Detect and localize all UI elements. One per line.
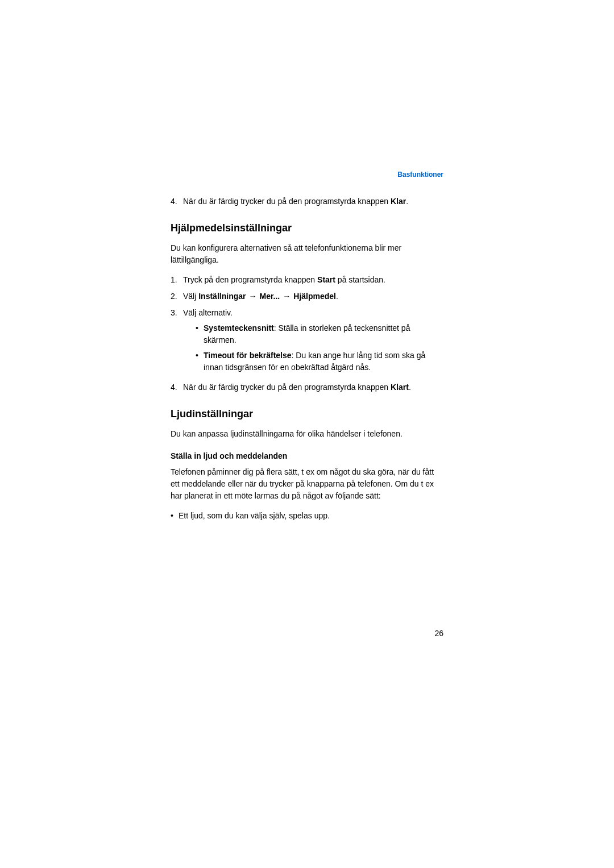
list-item: • Ett ljud, som du kan välja själv, spel…	[171, 510, 443, 522]
body-paragraph: Du kan anpassa ljudinställningarna för o…	[171, 428, 443, 440]
text-bold: Inställningar	[198, 292, 246, 301]
step-item: 4. När du är färdig trycker du på den pr…	[171, 196, 443, 207]
step-item: 3. Välj alternativ. • Systemteckensnitt:…	[171, 307, 443, 377]
bullet-icon: •	[196, 322, 204, 346]
text-bold: Systemteckensnitt	[204, 323, 274, 333]
bullet-text: Timeout för bekräftelse: Du kan ange hur…	[204, 350, 443, 373]
section-heading-ljud: Ljudinställningar	[171, 408, 443, 420]
text-run: Tryck på den programstyrda knappen	[183, 275, 317, 284]
bullet-text: Systemteckensnitt: Ställa in storleken p…	[204, 322, 443, 346]
step-text: Välj alternativ. • Systemteckensnitt: St…	[183, 307, 443, 377]
sub-heading: Ställa in ljud och meddelanden	[171, 451, 443, 460]
nav-arrow-icon: →	[280, 290, 293, 302]
step-number: 1.	[171, 274, 183, 286]
text-bold: Timeout för bekräftelse	[204, 351, 292, 360]
step-text: Välj Inställningar→Mer...→Hjälpmedel.	[183, 290, 443, 302]
text-run: .	[409, 383, 411, 392]
step-number: 3.	[171, 307, 183, 377]
header-breadcrumb[interactable]: Basfunktioner	[171, 171, 443, 178]
step-text: När du är färdig trycker du på den progr…	[183, 381, 443, 393]
text-bold: Klart	[391, 383, 409, 392]
step-item: 1. Tryck på den programstyrda knappen St…	[171, 274, 443, 286]
text-bold: Mer...	[259, 292, 280, 301]
text-run: .	[406, 197, 408, 206]
section-heading-hjalpmedel: Hjälpmedelsinställningar	[171, 222, 443, 234]
step-item: 4. När du är färdig trycker du på den pr…	[171, 381, 443, 393]
step-number: 4.	[171, 381, 183, 393]
bullet-icon: •	[196, 350, 204, 373]
step-text: Tryck på den programstyrda knappen Start…	[183, 274, 443, 286]
text-bold: Hjälpmedel	[293, 292, 336, 301]
bullet-icon: •	[171, 510, 179, 522]
step-number: 2.	[171, 290, 183, 302]
text-bold: Klar	[391, 197, 406, 206]
text-run: på startsidan.	[335, 275, 385, 284]
bullet-text: Ett ljud, som du kan välja själv, spelas…	[179, 510, 443, 522]
text-run: Välj	[183, 292, 198, 301]
text-run: När du är färdig trycker du på den progr…	[183, 197, 391, 206]
text-run: Välj alternativ.	[183, 308, 233, 317]
text-bold: Start	[317, 275, 335, 284]
list-item: • Systemteckensnitt: Ställa in storleken…	[196, 322, 443, 346]
nav-arrow-icon: →	[246, 290, 259, 302]
body-paragraph: Du kan konfigurera alternativen så att t…	[171, 242, 443, 266]
step-item: 2. Välj Inställningar→Mer...→Hjälpmedel.	[171, 290, 443, 302]
body-paragraph: Telefonen påminner dig på flera sätt, t …	[171, 466, 443, 502]
step-number: 4.	[171, 196, 183, 207]
text-run: .	[336, 292, 338, 301]
document-content: Basfunktioner 4. När du är färdig trycke…	[171, 171, 443, 525]
page-number: 26	[434, 629, 443, 638]
step-text: När du är färdig trycker du på den progr…	[183, 196, 443, 207]
text-run: När du är färdig trycker du på den progr…	[183, 383, 391, 392]
bullet-list: • Systemteckensnitt: Ställa in storleken…	[196, 322, 443, 373]
list-item: • Timeout för bekräftelse: Du kan ange h…	[196, 350, 443, 373]
